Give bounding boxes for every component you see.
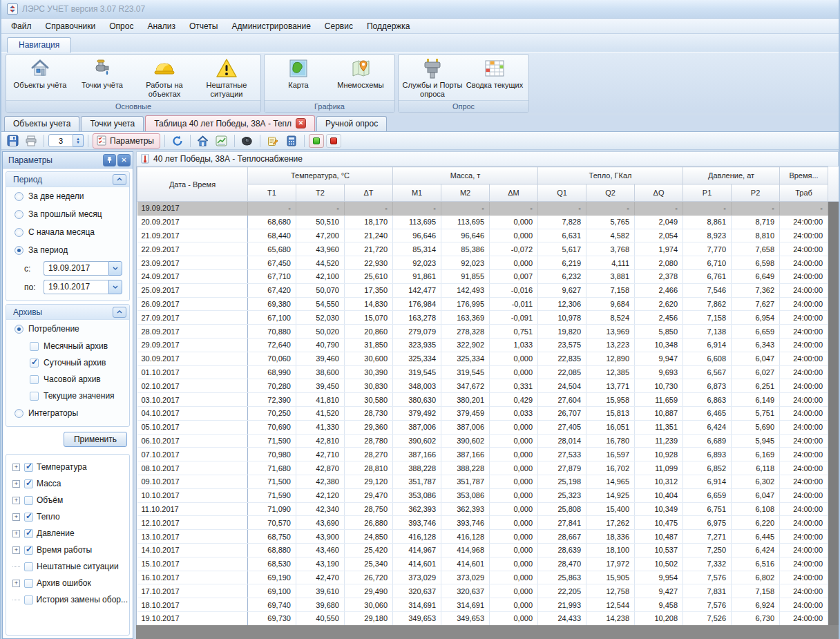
cell-value[interactable]: 380,630	[393, 393, 441, 407]
cell-value[interactable]: 69,190	[248, 571, 296, 584]
cell-date[interactable]: 18.10.2017	[137, 598, 248, 612]
cell-value[interactable]: 0,429	[490, 393, 538, 407]
tree-item[interactable]: +Архив ошибок	[8, 575, 128, 591]
cell-value[interactable]: 0,000	[490, 475, 538, 488]
table-row[interactable]: 28.09.201770,88050,02020,860279,079278,3…	[137, 325, 828, 338]
cell-value[interactable]: 21,240	[345, 229, 393, 242]
cell-value[interactable]: 29,470	[345, 488, 393, 502]
cell-date[interactable]: 16.10.2017	[137, 571, 248, 584]
cell-date[interactable]: 22.09.2017	[137, 242, 248, 256]
cell-value[interactable]: -	[490, 202, 538, 216]
cell-value[interactable]: 6,598	[732, 256, 780, 270]
cell-value[interactable]: 10,404	[635, 488, 683, 502]
cell-value[interactable]: 28,270	[345, 448, 393, 461]
cell-value[interactable]: 347,672	[441, 379, 490, 393]
cell-value[interactable]: 24:00:00	[780, 584, 828, 598]
cell-value[interactable]: 414,601	[393, 557, 441, 571]
cell-value[interactable]: 7,862	[683, 297, 732, 311]
cell-value[interactable]: -0,016	[490, 283, 538, 297]
cell-value[interactable]: 7,526	[683, 611, 732, 625]
cell-date[interactable]: 19.10.2017	[137, 611, 248, 625]
cell-value[interactable]: 70,980	[248, 448, 296, 461]
cell-value[interactable]: 24:00:00	[780, 488, 828, 502]
cell-date[interactable]: 14.10.2017	[137, 543, 248, 557]
cell-value[interactable]: 8,524	[586, 311, 635, 325]
table-row[interactable]: 26.09.201769,38054,55014,830176,984176,9…	[137, 297, 828, 311]
cell-date[interactable]: 11.10.2017	[137, 502, 248, 516]
cell-value[interactable]: 387,166	[393, 448, 441, 461]
cell-value[interactable]: 7,138	[683, 325, 732, 338]
cell-value[interactable]: 387,006	[441, 420, 490, 434]
cell-value[interactable]: 43,190	[296, 557, 345, 571]
cell-value[interactable]: 0,000	[490, 598, 538, 612]
cell-value[interactable]: 17,972	[586, 557, 635, 571]
cell-value[interactable]: 0,000	[490, 488, 538, 502]
cell-value[interactable]: 24:00:00	[780, 338, 828, 352]
cell-value[interactable]: 6,802	[732, 571, 780, 584]
tree-expander-icon[interactable]: +	[12, 497, 21, 504]
tree-expander-icon[interactable]: +	[12, 513, 21, 521]
cell-value[interactable]: 6,761	[683, 269, 732, 283]
cell-value[interactable]: 6,445	[732, 530, 780, 544]
cell-value[interactable]: 393,746	[393, 516, 441, 530]
cell-value[interactable]: -	[296, 202, 345, 216]
cell-value[interactable]: -0,072	[490, 242, 538, 256]
cell-value[interactable]: 24:00:00	[780, 283, 828, 297]
cell-value[interactable]: 7,828	[538, 215, 586, 229]
cell-value[interactable]: 6,027	[732, 365, 780, 379]
cell-value[interactable]: 43,900	[296, 530, 345, 544]
cell-value[interactable]: 31,850	[345, 338, 393, 352]
cell-value[interactable]: 70,280	[248, 379, 296, 393]
checkbox-icon[interactable]	[30, 392, 39, 401]
cell-value[interactable]: 6,251	[732, 379, 780, 393]
cell-value[interactable]: 12,758	[586, 584, 635, 598]
cell-value[interactable]: 28,810	[345, 461, 393, 475]
menu-item-8[interactable]: Поддержка	[360, 20, 417, 32]
cell-value[interactable]: 362,393	[393, 502, 441, 516]
table-row[interactable]: 01.10.201768,99038,60030,390319,545319,5…	[137, 365, 828, 379]
cell-value[interactable]: 28,667	[538, 530, 586, 544]
cell-value[interactable]: 10,487	[635, 530, 683, 544]
cell-value[interactable]: -	[732, 202, 780, 216]
cell-value[interactable]: 24:00:00	[780, 420, 828, 434]
cell-value[interactable]: 12,306	[538, 297, 586, 311]
cell-value[interactable]: 72,640	[248, 338, 296, 352]
cell-value[interactable]: 373,029	[441, 571, 490, 584]
cell-value[interactable]: 50,020	[296, 325, 345, 338]
cell-value[interactable]: 13,771	[586, 379, 635, 393]
cell-value[interactable]: 1,033	[490, 338, 538, 352]
cell-value[interactable]: 0,007	[490, 269, 538, 283]
table-row[interactable]: 08.10.201771,68042,87028,810388,228388,2…	[137, 461, 828, 475]
tree-item[interactable]: +Масса	[8, 475, 128, 492]
cell-value[interactable]: -	[393, 202, 441, 216]
cell-value[interactable]: 29,360	[345, 420, 393, 434]
menu-item-2[interactable]: Справочники	[39, 20, 103, 32]
cell-value[interactable]: 6,302	[732, 475, 780, 488]
cell-value[interactable]: 325,334	[393, 352, 441, 365]
cell-value[interactable]: 92,023	[393, 256, 441, 270]
menu-item-3[interactable]: Опрос	[102, 20, 140, 32]
cell-value[interactable]: 6,893	[683, 448, 732, 461]
chevron-down-icon[interactable]	[108, 261, 122, 276]
cell-value[interactable]: 6,424	[683, 420, 732, 434]
cell-value[interactable]: 65,680	[248, 242, 296, 256]
table-row[interactable]: 09.10.201771,50042,38029,120351,787351,7…	[137, 475, 828, 488]
cell-value[interactable]: 18,170	[345, 215, 393, 229]
cell-value[interactable]: 7,362	[732, 283, 780, 297]
plus-icon[interactable]: +	[12, 546, 20, 554]
table-row[interactable]: 19.09.2017------------	[137, 202, 828, 216]
cell-value[interactable]: 67,100	[248, 311, 296, 325]
cell-value[interactable]: 7,158	[683, 311, 732, 325]
cell-value[interactable]: 17,350	[345, 283, 393, 297]
tree-expander-icon[interactable]: +	[12, 480, 21, 488]
cell-value[interactable]: 24:00:00	[780, 557, 828, 571]
parameters-toggle-button[interactable]: Параметры	[93, 133, 160, 149]
cell-value[interactable]: 20,860	[345, 325, 393, 338]
cell-value[interactable]: -	[441, 202, 490, 216]
consumption-radio[interactable]: Потребление	[6, 320, 129, 338]
cell-value[interactable]: 10,348	[635, 338, 683, 352]
table-row[interactable]: 15.10.201768,53043,19025,340414,601414,6…	[137, 557, 828, 571]
cell-value[interactable]: 6,232	[538, 269, 586, 283]
cell-value[interactable]: 362,393	[441, 502, 490, 516]
table-row[interactable]: 10.10.201771,59042,12029,470353,086353,0…	[137, 488, 828, 502]
